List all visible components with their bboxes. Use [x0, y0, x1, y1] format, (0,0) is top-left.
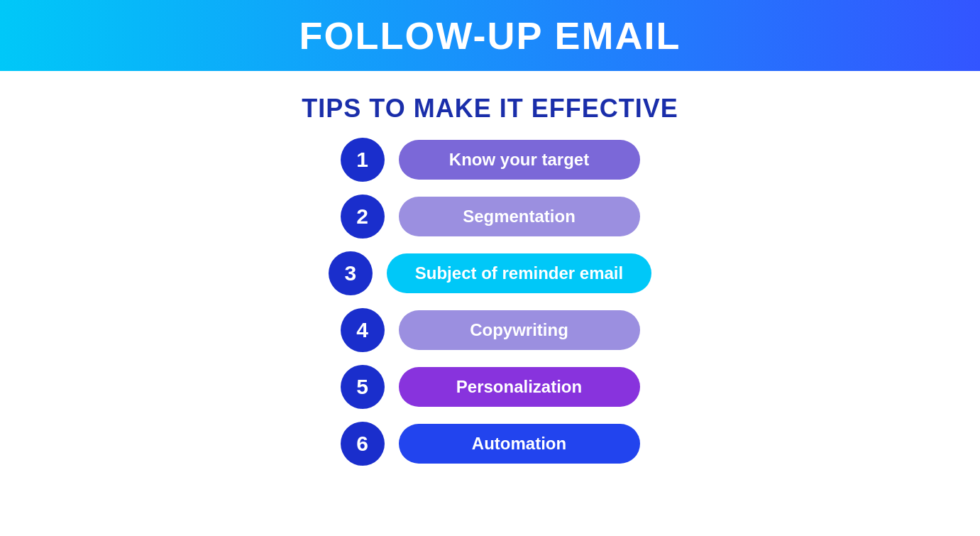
header-banner: FOLLOW-UP EMAIL — [0, 0, 980, 71]
list-item: 6Automation — [341, 422, 640, 466]
number-circle-3: 3 — [329, 251, 373, 295]
pill-label-1: Know your target — [399, 140, 640, 180]
number-circle-1: 1 — [341, 138, 385, 182]
list-item: 2Segmentation — [341, 195, 640, 239]
pill-label-3: Subject of reminder email — [387, 253, 651, 293]
list-item: 3Subject of reminder email — [329, 251, 651, 295]
list-item: 4Copywriting — [341, 308, 640, 352]
pill-label-5: Personalization — [399, 367, 640, 407]
header-title: FOLLOW-UP EMAIL — [299, 13, 681, 58]
pill-label-6: Automation — [399, 424, 640, 464]
list-item: 1Know your target — [341, 138, 640, 182]
items-container: 1Know your target2Segmentation3Subject o… — [0, 138, 980, 466]
subtitle: TIPS TO MAKE IT EFFECTIVE — [0, 94, 980, 124]
number-circle-4: 4 — [341, 308, 385, 352]
number-circle-2: 2 — [341, 195, 385, 239]
number-circle-6: 6 — [341, 422, 385, 466]
list-item: 5Personalization — [341, 365, 640, 409]
pill-label-2: Segmentation — [399, 197, 640, 236]
pill-label-4: Copywriting — [399, 310, 640, 350]
number-circle-5: 5 — [341, 365, 385, 409]
